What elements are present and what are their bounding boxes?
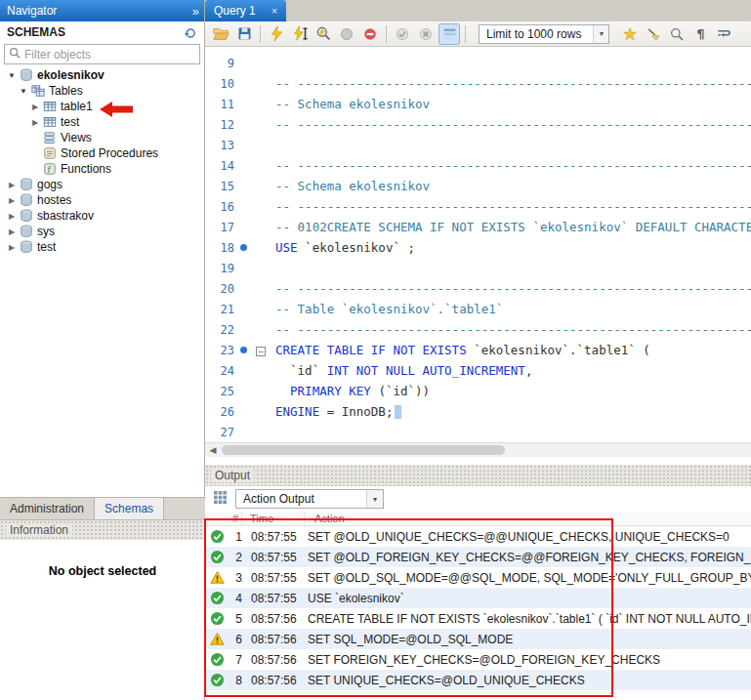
tab-schemas[interactable]: Schemas [94,498,164,519]
expand-arrow-icon[interactable]: ▶ [6,196,18,205]
tree-item-ekolesnikov[interactable]: ▼ekolesnikov [0,67,204,83]
fold-collapse-icon[interactable]: – [256,347,266,356]
code-line[interactable]: 27 [205,422,751,442]
code-line[interactable]: 21-- Table `ekolesnikov`.`table1` [205,299,751,319]
execute-current-icon[interactable] [289,23,311,45]
execute-icon[interactable] [266,23,287,45]
dropdown-arrow-icon[interactable]: ▼ [366,490,383,508]
expand-arrow-icon[interactable]: ▶ [29,103,41,111]
row-number: 5 [229,612,242,626]
code-line[interactable]: 14-- -----------------------------------… [205,155,751,176]
code-line[interactable]: 25 PRIMARY KEY (`id`)) [205,381,751,401]
commit-icon[interactable] [392,23,413,45]
close-tab-icon[interactable]: × [271,5,277,17]
navigator-title: Navigator [7,4,57,18]
line-number: 22 [205,323,234,337]
dropdown-arrow-icon[interactable]: ▼ [593,25,608,43]
output-row[interactable]: 508:57:56CREATE TABLE IF NOT EXISTS `eko… [205,608,751,629]
tree-item-hostes[interactable]: ▶hostes [0,192,204,208]
wrap-icon[interactable] [713,23,734,45]
column-header-number[interactable]: # [205,512,242,525]
column-header-time[interactable]: Time [242,512,305,525]
code-line[interactable]: 10-- -----------------------------------… [205,73,751,94]
expand-arrow-icon[interactable]: ▶ [6,243,18,252]
tree-item-gogs[interactable]: ▶gogs [0,177,204,192]
schema-icon [18,225,34,238]
line-number: 19 [205,262,234,275]
code-line[interactable]: 20-- -----------------------------------… [205,278,751,299]
column-header-action[interactable]: Action [305,512,751,525]
expand-arrow-icon[interactable]: ▶ [6,181,18,189]
code-line[interactable]: 9 [205,53,751,73]
collapse-arrow-icon[interactable]: ▼ [6,71,18,80]
code-line[interactable]: 18USE `ekolesnikov` ; [205,237,751,258]
horizontal-scrollbar[interactable]: ◀ [205,442,751,457]
expand-arrow-icon[interactable]: ▶ [6,212,18,221]
code-line[interactable]: 24 `id` INT NOT NULL AUTO_INCREMENT, [205,360,751,381]
code-text: -- -------------------------------------… [252,117,751,132]
clean-icon[interactable] [643,23,664,45]
code-line[interactable]: 19 [205,258,751,278]
limit-rows-dropdown[interactable]: Limit to 1000 rows▼ [479,24,609,44]
schemas-refresh-icon[interactable] [184,25,197,39]
autocommit-icon[interactable] [438,23,460,45]
code-line[interactable]: 11-- Schema ekolesnikov [205,94,751,114]
stop-on-error-icon[interactable] [359,23,381,45]
tree-item-stored-procedures[interactable]: Stored Procedures [0,145,204,161]
expand-arrow-icon[interactable]: ▶ [6,227,18,236]
code-text: -- 0102CREATE SCHEMA IF NOT EXISTS `ekol… [252,220,751,234]
tree-item-label: sys [34,225,55,238]
output-row[interactable]: 208:57:55SET @OLD_FOREIGN_KEY_CHECKS=@@F… [205,547,751,567]
grid-icon [213,490,228,508]
stop-icon[interactable] [336,23,357,45]
table-icon [41,100,58,113]
code-line[interactable]: 22-- -----------------------------------… [205,319,751,340]
tree-item-views[interactable]: Views [0,130,204,145]
filter-input[interactable] [21,46,199,63]
tab-query-1[interactable]: Query 1 × [205,0,286,21]
toolbar-separator [465,25,466,43]
chevron-double-right-icon[interactable]: » [192,4,197,19]
tree-item-sys[interactable]: ▶sys [0,224,204,239]
save-icon[interactable] [233,23,255,45]
success-icon [205,529,229,544]
tree-item-label: table1 [58,100,93,113]
beautify-icon[interactable] [619,23,641,45]
scrollbar-thumb[interactable] [222,445,505,455]
code-line[interactable]: 16-- -----------------------------------… [205,196,751,217]
action-output-dropdown[interactable]: Action Output ▼ [235,489,384,509]
code-line[interactable]: 17-- 0102CREATE SCHEMA IF NOT EXISTS `ek… [205,217,751,237]
code-line[interactable]: 13 [205,135,751,155]
output-row[interactable]: 708:57:56SET FOREIGN_KEY_CHECKS=@OLD_FOR… [205,649,751,670]
schema-icon [18,240,34,254]
tab-administration[interactable]: Administration [0,498,94,519]
open-file-icon[interactable] [210,23,231,45]
output-row[interactable]: 608:57:56SET SQL_MODE=@OLD_SQL_MODE [205,629,751,649]
code-line[interactable]: 12-- -----------------------------------… [205,114,751,135]
output-row[interactable]: 808:57:56SET UNIQUE_CHECKS=@OLD_UNIQUE_C… [205,670,751,690]
row-time: 08:57:56 [242,612,299,626]
tree-item-sbastrakov[interactable]: ▶sbastrakov [0,208,204,224]
line-number: 20 [205,282,234,296]
output-row[interactable]: 308:57:55SET @OLD_SQL_MODE=@@SQL_MODE, S… [205,567,751,588]
code-line[interactable]: 23–CREATE TABLE IF NOT EXISTS `ekolesnik… [205,340,751,360]
success-icon [205,591,229,605]
output-row[interactable]: 108:57:55SET @OLD_UNIQUE_CHECKS=@@UNIQUE… [205,526,751,547]
explain-icon[interactable] [313,23,334,45]
tree-item-functions[interactable]: fFunctions [0,161,204,177]
output-row[interactable]: 408:57:55USE `ekolesnikov` [205,588,751,608]
expand-arrow-icon[interactable]: ▶ [29,118,41,127]
code-line[interactable]: 26ENGINE = InnoDB; [205,401,751,422]
schema-tree: ▼ekolesnikov▼Tables▶table1▶testViewsStor… [0,67,204,255]
sql-editor[interactable]: 910-- ----------------------------------… [205,47,751,442]
code-text: -- -------------------------------------… [252,322,751,337]
rollback-icon[interactable] [415,23,437,45]
tree-item-test[interactable]: ▶test [0,239,204,255]
invisibles-icon[interactable]: ¶ [689,23,711,45]
tree-item-tables[interactable]: ▼Tables [0,83,204,99]
row-number: 2 [229,551,242,564]
code-line[interactable]: 15-- Schema ekolesnikov [205,176,751,196]
find-icon[interactable] [666,23,688,45]
scroll-left-arrow-icon[interactable]: ◀ [205,443,221,457]
collapse-arrow-icon[interactable]: ▼ [18,87,29,96]
